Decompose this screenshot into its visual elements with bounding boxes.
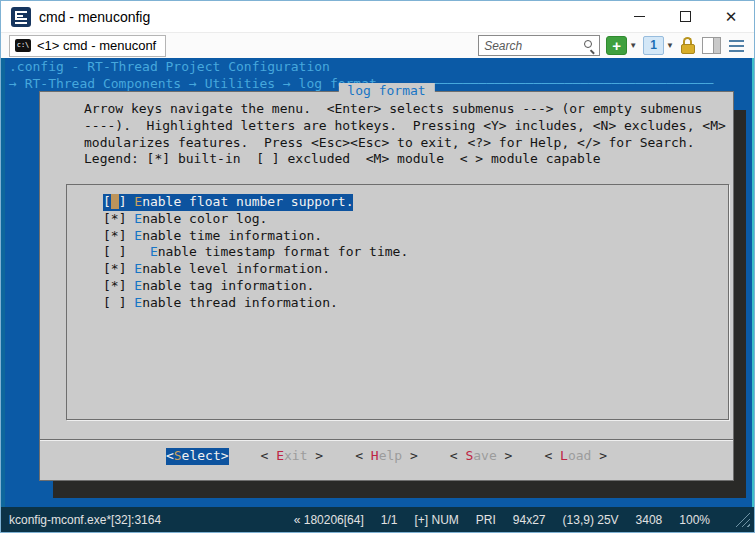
maximize-button[interactable] <box>662 1 708 32</box>
single-pane-button[interactable]: 1 <box>643 36 664 55</box>
window-title: cmd - menuconfig <box>39 9 150 25</box>
menu-item-tag-info[interactable]: [*] Enable tag information. <box>103 278 314 295</box>
resize-grip[interactable] <box>735 512 750 527</box>
new-console-button[interactable]: + <box>606 36 627 55</box>
new-console-dropdown-icon[interactable]: ▼ <box>629 41 637 50</box>
tab-cmd-menuconf[interactable]: c:\ <1> cmd - menuconf <box>9 35 166 57</box>
status-num-lock: [+] NUM <box>414 513 458 527</box>
console-left-edge <box>1 58 5 507</box>
select-button[interactable]: <Select> <box>166 448 229 465</box>
lock-icon[interactable] <box>680 36 696 55</box>
close-icon: ✕ <box>725 9 738 24</box>
menuconfig-dialog: log format Arrow keys navigate the menu.… <box>39 91 734 481</box>
cmd-icon: c:\ <box>15 39 31 52</box>
sidebar-panel-icon[interactable] <box>702 37 721 54</box>
minimize-button[interactable] <box>616 1 662 32</box>
status-console-size: 94x27 <box>513 513 546 527</box>
load-button[interactable]: < Load > <box>544 448 607 465</box>
terminal-console: .config - RT-Thread Project Configuratio… <box>1 58 754 507</box>
search-input[interactable] <box>478 35 600 56</box>
status-zoom: 100% <box>679 513 710 527</box>
console-right-edge <box>752 58 754 507</box>
status-process-info: kconfig-mconf.exe*[32]:3164 <box>9 513 161 527</box>
conemu-app-icon <box>11 7 31 27</box>
status-build-info: « 180206[64] <box>294 513 364 527</box>
status-cursor-pos: (13,9) 25V <box>563 513 619 527</box>
close-button[interactable]: ✕ <box>708 1 754 32</box>
menu-item-level-info[interactable]: [*] Enable level information. <box>103 261 330 278</box>
search-icon[interactable] <box>583 39 596 52</box>
kconfig-backtitle: .config - RT-Thread Project Configuratio… <box>9 59 330 76</box>
tab-bar: c:\ <1> cmd - menuconf + ▼ 1 ▼ <box>1 32 754 58</box>
maximize-icon <box>680 11 691 22</box>
status-console-count: 1/1 <box>381 513 398 527</box>
search-box <box>478 35 600 56</box>
tab-label: <1> cmd - menuconf <box>37 38 156 53</box>
status-memory: 3408 <box>636 513 663 527</box>
menu-hamburger-icon[interactable] <box>727 38 746 54</box>
help-button[interactable]: < Help > <box>355 448 418 465</box>
title-bar: cmd - menuconfig ✕ <box>1 1 754 32</box>
menu-item-time-info[interactable]: [*] Enable time information. <box>103 228 322 245</box>
text-cursor <box>111 194 119 209</box>
menu-item-thread-info[interactable]: [ ] Enable thread information. <box>103 295 338 312</box>
status-bar: kconfig-mconf.exe*[32]:3164 « 180206[64]… <box>1 507 754 532</box>
save-button[interactable]: < Save > <box>450 448 513 465</box>
pane-dropdown-icon[interactable]: ▼ <box>666 41 674 50</box>
menu-listbox: [ ] Enable float number support. [*] Ena… <box>66 184 729 420</box>
minimize-icon <box>634 16 645 17</box>
dialog-help-text: Arrow keys navigate the menu. <Enter> se… <box>84 101 726 168</box>
button-separator <box>40 439 733 440</box>
exit-button[interactable]: < Exit > <box>261 448 324 465</box>
menu-item-timestamp-format[interactable]: [ ] Enable timestamp format for time. <box>103 244 408 261</box>
menu-item-float-number[interactable]: [ ] Enable float number support. <box>103 194 353 211</box>
conemu-window: cmd - menuconfig ✕ c:\ <1> cmd - menucon… <box>0 0 755 533</box>
menu-item-color-log[interactable]: [*] Enable color log. <box>103 211 267 228</box>
dialog-title: log format <box>338 83 434 100</box>
status-priority: PRI <box>476 513 496 527</box>
dialog-button-row: <Select> < Exit > < Help > < Save > < Lo… <box>40 448 733 465</box>
